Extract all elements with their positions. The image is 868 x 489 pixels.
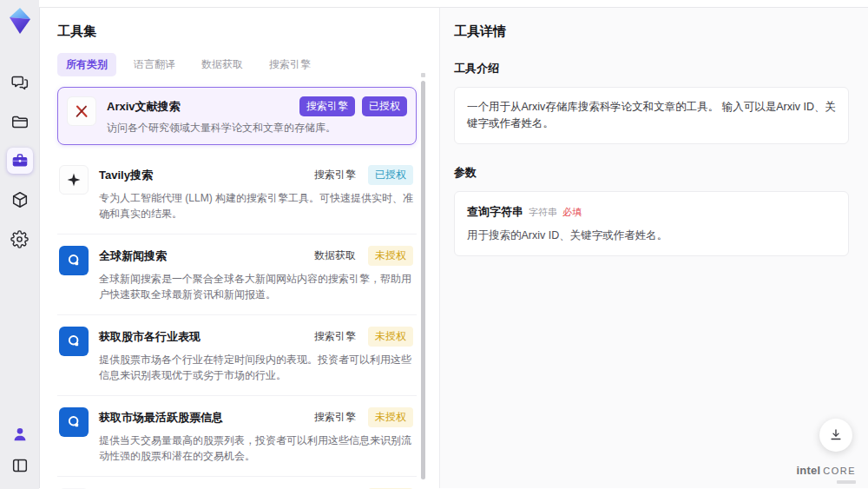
tab-3[interactable]: 搜索引擎 <box>260 53 319 76</box>
user-icon[interactable] <box>7 421 33 447</box>
tool-list-item[interactable]: 获取市场最活跃股票信息 搜索引擎 未授权 提供当天交易量最高的股票列表，投资者可… <box>57 396 417 477</box>
market-icon <box>59 327 89 356</box>
category-badge: 搜索引擎 <box>314 168 356 182</box>
brand-subtag <box>837 480 856 484</box>
page-title: 工具集 <box>57 23 417 40</box>
tool-name: 获取市场最活跃股票信息 <box>99 410 223 426</box>
app-logo-icon <box>7 7 33 35</box>
cube-icon[interactable] <box>7 187 33 213</box>
intel-core-logo: intelcore <box>796 464 856 477</box>
briefcase-icon[interactable] <box>7 148 33 174</box>
tool-list-item[interactable]: 获取股市各行业表现 搜索引擎 未授权 提供股票市场各个行业在特定时间段内的表现。… <box>57 315 417 396</box>
tool-list-item[interactable]: 全球新闻搜索 数据获取 未授权 全球新闻搜索是一个聚合全球各大新闻网站内容的搜索… <box>57 235 417 315</box>
tool-list: Arxiv文献搜索 搜索引擎 已授权 访问各个研究领域大量科学论文和文章的存储库… <box>57 87 417 489</box>
brand-core: core <box>823 466 856 476</box>
detail-title: 工具详情 <box>454 23 849 40</box>
category-badge: 搜索引擎 <box>314 329 356 344</box>
category-badge: 搜索引擎 <box>299 96 355 116</box>
news-globe-icon <box>59 246 89 275</box>
download-icon <box>828 427 844 443</box>
scrollbar-thumb[interactable] <box>421 81 425 479</box>
sidebar-nav <box>7 69 33 252</box>
app-window: 工具集 所有类别语言翻译数据获取搜索引擎 Arxiv文献搜索 搜索引擎 已授权 … <box>0 0 868 489</box>
param-card: 查询字符串 字符串 必填 用于搜索的Arxiv ID、关键字或作者姓名。 <box>454 191 849 256</box>
list-scrollbar[interactable] <box>421 81 425 479</box>
category-badge: 搜索引擎 <box>314 410 356 425</box>
tab-2[interactable]: 数据获取 <box>193 53 252 76</box>
tool-description: 提供股票市场各个行业在特定时间段内的表现。投资者可以利用这些信息来识别表现优于或… <box>99 352 413 383</box>
auth-badge: 未授权 <box>368 327 413 347</box>
category-badge: 数据获取 <box>314 248 356 263</box>
tool-description: 全球新闻搜索是一个聚合全球各大新闻网站内容的搜索引擎，帮助用户快速获取全球最新资… <box>99 271 413 302</box>
folder-icon[interactable] <box>7 109 33 135</box>
auth-badge: 已授权 <box>362 96 407 116</box>
param-header: 查询字符串 字符串 必填 <box>467 203 836 221</box>
main-content: 工具集 所有类别语言翻译数据获取搜索引擎 Arxiv文献搜索 搜索引擎 已授权 … <box>39 7 868 488</box>
star-icon <box>59 165 89 195</box>
category-tabs: 所有类别语言翻译数据获取搜索引擎 <box>57 53 417 76</box>
tab-0[interactable]: 所有类别 <box>57 53 116 76</box>
tools-panel: 工具集 所有类别语言翻译数据获取搜索引擎 Arxiv文献搜索 搜索引擎 已授权 … <box>40 8 439 488</box>
params-heading: 参数 <box>454 165 849 181</box>
tool-intro-text: 一个用于从Arxiv存储库搜索科学论文和文章的工具。 输入可以是Arxiv ID… <box>454 87 849 144</box>
brand-intel: intel <box>796 464 820 477</box>
tool-description: 访问各个研究领域大量科学论文和文章的存储库。 <box>107 120 407 135</box>
tool-name: 获取股市各行业表现 <box>99 329 201 345</box>
param-description: 用于搜索的Arxiv ID、关键字或作者姓名。 <box>467 228 836 244</box>
chat-icon[interactable] <box>7 69 33 96</box>
tool-name: 全球新闻搜索 <box>99 248 167 264</box>
tool-list-item[interactable]: 万维地区新闻查询 搜索引擎 未授权 查询具体行政区划内的新闻，快速了解各地新闻动 <box>57 477 417 489</box>
settings-icon[interactable] <box>7 226 33 252</box>
auth-badge: 已授权 <box>368 165 413 185</box>
tool-list-item[interactable]: Tavily搜索 搜索引擎 已授权 专为人工智能代理 (LLM) 构建的搜索引擎… <box>57 154 417 235</box>
tool-list-item[interactable]: Arxiv文献搜索 搜索引擎 已授权 访问各个研究领域大量科学论文和文章的存储库… <box>57 87 417 145</box>
intro-heading: 工具介绍 <box>454 61 849 76</box>
arxiv-logo-icon <box>67 96 96 126</box>
param-name: 查询字符串 <box>467 203 523 221</box>
auth-badge: 未授权 <box>368 407 413 427</box>
param-type: 字符串 <box>529 205 557 220</box>
tool-name: Tavily搜索 <box>99 168 153 183</box>
tool-description: 提供当天交易量最高的股票列表，投资者可以利用这些信息来识别流动性强的股票和潜在的… <box>99 433 413 464</box>
auth-badge: 未授权 <box>368 246 413 266</box>
detail-panel: 工具详情 工具介绍 一个用于从Arxiv存储库搜索科学论文和文章的工具。 输入可… <box>439 8 868 488</box>
tool-name: Arxiv文献搜索 <box>107 99 181 115</box>
tab-1[interactable]: 语言翻译 <box>125 53 184 76</box>
market-icon <box>59 407 89 437</box>
download-button[interactable] <box>819 419 852 452</box>
sidebar <box>0 0 39 489</box>
param-required-flag: 必填 <box>562 205 582 220</box>
sidebar-bottom <box>7 421 33 479</box>
panel-icon[interactable] <box>7 453 33 479</box>
tool-description: 专为人工智能代理 (LLM) 构建的搜索引擎工具。可快速提供实时、准确和真实的结… <box>99 190 413 221</box>
